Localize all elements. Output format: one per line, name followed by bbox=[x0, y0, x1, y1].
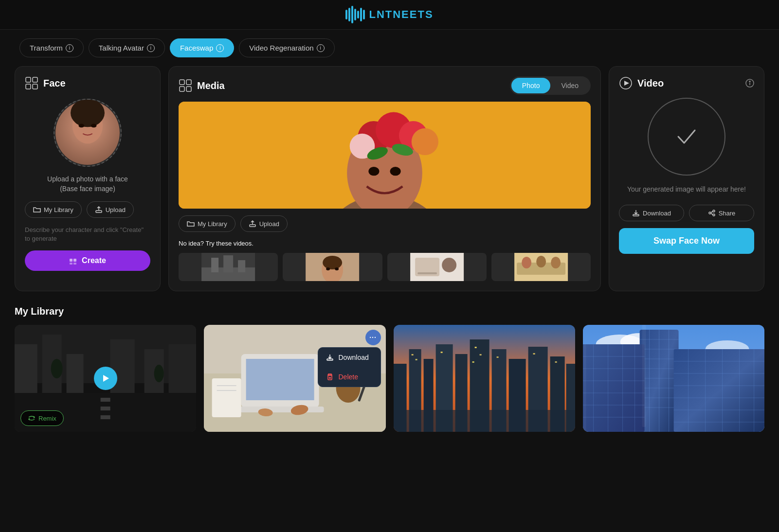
svg-rect-163 bbox=[642, 325, 646, 427]
video-panel: Video Your generated image will appear h… bbox=[609, 66, 764, 291]
svg-rect-19 bbox=[73, 259, 76, 262]
svg-rect-114 bbox=[411, 354, 413, 355]
info-icon-faceswap: i bbox=[216, 44, 224, 52]
media-icon bbox=[179, 79, 192, 92]
svg-point-47 bbox=[326, 267, 330, 270]
svg-point-55 bbox=[522, 257, 531, 268]
svg-rect-115 bbox=[415, 359, 417, 360]
media-btn-row: My Library Upload bbox=[179, 215, 591, 232]
tab-video-regeneration[interactable]: Video Regenaration i bbox=[239, 38, 334, 57]
library-item-1: Remix bbox=[15, 325, 196, 432]
library-item-2: ··· Download bbox=[204, 325, 385, 432]
dropdown-menu: Download Delete bbox=[318, 347, 381, 387]
info-icon-talking-avatar: i bbox=[147, 44, 155, 52]
svg-rect-0 bbox=[345, 10, 347, 19]
folder-icon bbox=[33, 206, 41, 213]
svg-rect-23 bbox=[186, 80, 191, 85]
svg-rect-17 bbox=[96, 211, 102, 213]
media-upload-button[interactable]: Upload bbox=[240, 215, 288, 232]
svg-rect-21 bbox=[73, 263, 76, 265]
suggestion-thumb-2[interactable] bbox=[283, 253, 382, 281]
svg-rect-18 bbox=[70, 259, 72, 262]
library-item-4 bbox=[583, 325, 764, 432]
svg-point-16 bbox=[91, 124, 97, 128]
video-panel-header-left: Video bbox=[619, 76, 664, 90]
media-tab-video[interactable]: Video bbox=[550, 78, 589, 93]
share-icon bbox=[708, 209, 716, 217]
face-upload-button[interactable]: Upload bbox=[87, 201, 134, 218]
play-button[interactable] bbox=[94, 367, 117, 390]
media-library-button[interactable]: My Library bbox=[179, 215, 236, 232]
suggestion-thumbnails bbox=[179, 253, 591, 281]
no-idea-text: No idea? Try these videos. bbox=[179, 240, 591, 247]
library-title: My Library bbox=[15, 306, 764, 317]
svg-point-37 bbox=[390, 167, 401, 176]
share-button[interactable]: Share bbox=[689, 205, 754, 221]
library-section: My Library bbox=[0, 301, 779, 446]
svg-point-64 bbox=[713, 210, 715, 212]
video-panel-title: Video bbox=[637, 78, 664, 89]
svg-point-48 bbox=[335, 267, 339, 270]
download-button[interactable]: Download bbox=[619, 205, 684, 221]
svg-rect-5 bbox=[360, 8, 362, 21]
tab-faceswap[interactable]: Faceswap i bbox=[170, 38, 234, 57]
video-icon bbox=[619, 76, 633, 90]
generated-text: Your generated image will appear here! bbox=[619, 185, 754, 193]
svg-point-56 bbox=[536, 256, 546, 267]
svg-rect-92 bbox=[212, 378, 241, 417]
media-panel-header: Media Photo Video bbox=[179, 76, 591, 95]
svg-rect-3 bbox=[354, 9, 356, 20]
main-content: Face bbox=[0, 66, 779, 301]
media-panel: Media Photo Video bbox=[168, 66, 601, 291]
create-button[interactable]: Create bbox=[25, 250, 150, 271]
svg-rect-140 bbox=[583, 344, 645, 432]
info-icon-video-regen: i bbox=[317, 44, 325, 52]
svg-line-68 bbox=[711, 213, 713, 214]
library-item-3 bbox=[394, 325, 575, 432]
svg-rect-8 bbox=[33, 77, 37, 82]
nav-tabs: Transform i Talking Avatar i Faceswap i … bbox=[0, 30, 779, 66]
svg-rect-1 bbox=[348, 8, 350, 21]
face-avatar[interactable] bbox=[54, 99, 122, 167]
video-actions: Download Share bbox=[619, 205, 754, 221]
svg-rect-88 bbox=[246, 359, 314, 400]
tab-transform[interactable]: Transform i bbox=[19, 38, 84, 57]
svg-point-57 bbox=[551, 257, 561, 268]
face-btn-row: My Library Upload bbox=[25, 201, 150, 218]
remix-button[interactable]: Remix bbox=[20, 410, 64, 426]
svg-rect-43 bbox=[238, 260, 245, 272]
swap-face-button[interactable]: Swap Face Now bbox=[619, 228, 754, 254]
svg-rect-122 bbox=[555, 361, 557, 363]
trash-icon bbox=[326, 373, 334, 381]
svg-rect-123 bbox=[394, 410, 575, 432]
svg-point-14 bbox=[71, 99, 105, 127]
play-icon bbox=[101, 373, 110, 383]
suggestion-thumb-1[interactable] bbox=[179, 253, 278, 281]
upload-icon bbox=[95, 206, 103, 213]
svg-rect-116 bbox=[440, 352, 442, 353]
svg-rect-118 bbox=[479, 354, 481, 355]
svg-point-33 bbox=[412, 128, 438, 155]
svg-point-66 bbox=[713, 214, 715, 216]
svg-rect-63 bbox=[633, 214, 639, 216]
video-placeholder bbox=[648, 98, 725, 176]
library-grid: Remix bbox=[15, 325, 764, 432]
suggestion-thumb-4[interactable] bbox=[491, 253, 591, 281]
media-main-image bbox=[179, 102, 591, 209]
suggestion-thumb-3[interactable] bbox=[387, 253, 487, 281]
svg-rect-164 bbox=[583, 344, 586, 432]
dropdown-delete[interactable]: Delete bbox=[318, 367, 380, 387]
media-panel-title: Media bbox=[197, 80, 225, 91]
svg-rect-99 bbox=[328, 375, 332, 380]
info-icon-video[interactable] bbox=[745, 79, 754, 88]
more-options-button[interactable]: ··· bbox=[365, 330, 381, 345]
face-library-button[interactable]: My Library bbox=[25, 201, 82, 218]
tab-talking-avatar[interactable]: Talking Avatar i bbox=[89, 38, 165, 57]
svg-point-62 bbox=[749, 81, 750, 82]
svg-line-67 bbox=[711, 212, 713, 213]
dropdown-download[interactable]: Download bbox=[318, 348, 380, 367]
download-icon-dropdown bbox=[326, 354, 334, 361]
media-tab-photo[interactable]: Photo bbox=[511, 78, 551, 93]
video-panel-header: Video bbox=[619, 76, 754, 90]
svg-rect-4 bbox=[357, 11, 359, 18]
